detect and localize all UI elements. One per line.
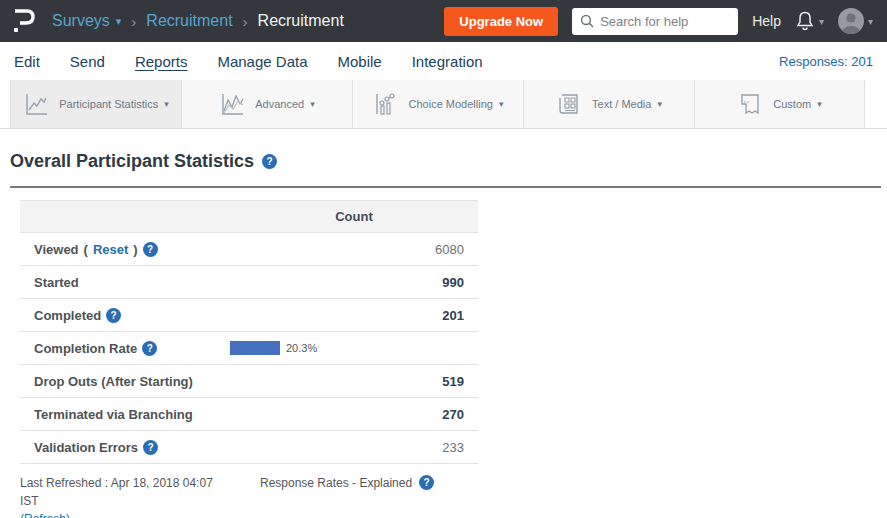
table-row-viewed: Viewed ( Reset ) ? 6080 (20, 233, 478, 266)
response-rates-text: Response Rates - Explained (260, 476, 412, 490)
reset-suffix: ) (133, 242, 137, 257)
newspaper-icon (556, 91, 582, 117)
toolbar-item-label: Advanced (255, 98, 304, 110)
participant-stats-table: Count Viewed ( Reset ) ? 6080 Started 99… (20, 200, 478, 464)
tab-reports[interactable]: Reports (135, 53, 188, 70)
toolbar-choice-modelling[interactable]: Choice Modelling ▾ (352, 80, 523, 128)
row-label: Completion Rate (34, 341, 137, 356)
document-icon (737, 91, 763, 117)
avatar (838, 8, 864, 34)
row-value: 519 (442, 374, 464, 389)
breadcrumb-separator-icon: › (131, 13, 136, 30)
survey-tabs: Edit Send Reports Manage Data Mobile Int… (14, 53, 483, 70)
reset-link[interactable]: Reset (93, 242, 128, 257)
chevron-down-icon: ▾ (819, 16, 824, 27)
row-label: Viewed (34, 242, 79, 257)
questionpro-logo[interactable] (12, 7, 36, 35)
refresh-link[interactable]: (Refresh) (20, 510, 232, 518)
topbar: Surveys ▾ › Recruitment › Recruitment Up… (0, 0, 887, 42)
last-refreshed-block: Last Refreshed : Apr 18, 2018 04:07 IST … (20, 474, 232, 518)
toolbar-item-label: Custom (773, 98, 811, 110)
chevron-down-icon: ▾ (657, 99, 662, 109)
chevron-down-icon: ▾ (116, 15, 122, 28)
toolbar-participant-statistics[interactable]: Participant Statistics ▾ (10, 80, 181, 128)
table-row-completion-rate: Completion Rate ? 20.3% (20, 332, 478, 365)
breadcrumb-current-survey: Recruitment (258, 12, 344, 30)
divider (10, 186, 881, 188)
upgrade-now-button[interactable]: Upgrade Now (444, 7, 558, 36)
toolbar-item-label: Participant Statistics (59, 98, 158, 110)
table-footer: Last Refreshed : Apr 18, 2018 04:07 IST … (20, 474, 887, 518)
notifications-button[interactable]: ▾ (795, 10, 824, 32)
account-menu-button[interactable]: ▾ (838, 8, 873, 34)
table-header-row: Count (20, 200, 478, 233)
count-column-header: Count (230, 209, 478, 224)
tab-send[interactable]: Send (70, 53, 105, 70)
row-label: Validation Errors (34, 440, 138, 455)
toolbar-custom[interactable]: Custom ▾ (694, 80, 865, 128)
row-value: 233 (442, 440, 464, 455)
table-row-terminated: Terminated via Branching 270 (20, 398, 478, 431)
page-title: Overall Participant Statistics (10, 151, 254, 172)
reset-prefix: ( (84, 242, 88, 257)
help-link[interactable]: Help (752, 13, 781, 29)
row-label: Started (34, 275, 79, 290)
toolbar-advanced[interactable]: Advanced ▾ (181, 80, 352, 128)
row-value: 6080 (435, 242, 464, 257)
help-icon[interactable]: ? (143, 440, 158, 455)
tab-mobile[interactable]: Mobile (338, 53, 382, 70)
row-label: Drop Outs (After Starting) (34, 374, 193, 389)
topbar-right: Upgrade Now Help ▾ (444, 7, 873, 36)
search-input[interactable] (600, 14, 720, 29)
chevron-down-icon: ▾ (499, 99, 504, 109)
help-icon[interactable]: ? (419, 475, 434, 490)
chevron-down-icon: ▾ (868, 16, 873, 27)
toolbar-item-label: Choice Modelling (409, 98, 493, 110)
breadcrumb-separator-icon: › (243, 13, 248, 30)
help-icon[interactable]: ? (143, 242, 158, 257)
breadcrumb: Surveys ▾ › Recruitment › Recruitment (52, 12, 344, 30)
tab-integration[interactable]: Integration (412, 53, 483, 70)
table-row-completed: Completed ? 201 (20, 299, 478, 332)
breadcrumb-folder-link[interactable]: Recruitment (146, 12, 232, 30)
row-value: 990 (442, 275, 464, 290)
responses-count[interactable]: Responses: 201 (779, 54, 873, 69)
tab-edit[interactable]: Edit (14, 53, 40, 70)
surveys-label: Surveys (52, 12, 110, 30)
row-value: 201 (442, 308, 464, 323)
completion-rate-label: 20.3% (286, 342, 317, 354)
page-head: Overall Participant Statistics ? (10, 151, 887, 172)
line-chart-icon (23, 91, 49, 117)
chevron-down-icon: ▾ (817, 99, 822, 109)
help-icon[interactable]: ? (106, 308, 121, 323)
row-label: Terminated via Branching (34, 407, 193, 422)
last-refreshed-text: Last Refreshed : Apr 18, 2018 04:07 IST (20, 476, 213, 508)
response-rates-block: Response Rates - Explained ? (260, 475, 434, 490)
table-row-drop-outs: Drop Outs (After Starting) 519 (20, 365, 478, 398)
tab-manage-data[interactable]: Manage Data (217, 53, 307, 70)
table-row-started: Started 990 (20, 266, 478, 299)
table-row-validation-errors: Validation Errors ? 233 (20, 431, 478, 464)
chevron-down-icon: ▾ (310, 99, 315, 109)
bell-icon (795, 10, 815, 32)
report-toolbar: Participant Statistics ▾ Advanced ▾ Choi… (0, 80, 887, 129)
help-search-box[interactable] (572, 8, 738, 35)
completion-rate-bar (230, 341, 280, 355)
surveys-dropdown[interactable]: Surveys ▾ (52, 12, 121, 30)
row-value: 270 (442, 407, 464, 422)
main-content: Overall Participant Statistics ? Count V… (0, 129, 887, 518)
row-label: Completed (34, 308, 101, 323)
toolbar-text-media[interactable]: Text / Media ▾ (523, 80, 694, 128)
toolbar-item-label: Text / Media (592, 98, 651, 110)
chevron-down-icon: ▾ (164, 99, 169, 109)
help-icon[interactable]: ? (262, 154, 277, 169)
area-chart-icon (219, 91, 245, 117)
scatter-chart-icon (373, 91, 399, 117)
survey-nav-row: Edit Send Reports Manage Data Mobile Int… (0, 42, 887, 80)
help-icon[interactable]: ? (142, 341, 157, 356)
search-icon (580, 14, 594, 28)
